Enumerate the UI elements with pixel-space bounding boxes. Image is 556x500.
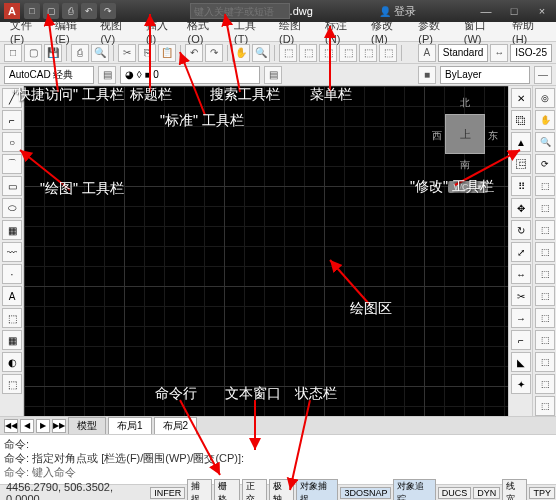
undo-icon[interactable]: ↶ [185,44,203,62]
array-icon[interactable]: ⠿ [511,176,531,196]
cmd-prompt[interactable]: 命令: 键入命令 [4,465,552,479]
menu-file[interactable]: 文件(F) [4,18,49,45]
explode-icon[interactable]: ✦ [511,374,531,394]
status-polar[interactable]: 极轴 [269,479,294,501]
nav-tool-icon[interactable]: ⬚ [535,396,555,416]
nav-tool-icon[interactable]: ⬚ [535,352,555,372]
style-dropdown[interactable]: Standard [438,44,489,62]
viewcube-east[interactable]: 东 [488,129,498,143]
draw-tool-icon[interactable]: ⬚ [2,374,22,394]
viewcube-west[interactable]: 西 [432,129,442,143]
textstyle-icon[interactable]: A [418,44,436,62]
status-otrack[interactable]: 对象追踪 [393,479,435,501]
layer-icon[interactable]: ▤ [98,66,116,84]
wcs-indicator[interactable]: WCS ▾ [448,181,489,193]
nav-tool-icon[interactable]: ⬚ [535,198,555,218]
new-icon[interactable]: □ [4,44,22,62]
hatch-icon[interactable]: ▦ [2,220,22,240]
tab-prev-icon[interactable]: ◀ [20,419,34,433]
arc-icon[interactable]: ⌒ [2,154,22,174]
rectangle-icon[interactable]: ▭ [2,176,22,196]
status-3dosnap[interactable]: 3DOSNAP [340,487,391,499]
move-icon[interactable]: ✥ [511,198,531,218]
menu-view[interactable]: 视图(V) [94,18,139,45]
cut-icon[interactable]: ✂ [118,44,136,62]
circle-icon[interactable]: ○ [2,132,22,152]
viewcube-south[interactable]: 南 [460,158,470,172]
orbit-icon[interactable]: ⟳ [535,154,555,174]
app-logo[interactable]: A [4,3,20,19]
color-icon[interactable]: ■ [418,66,436,84]
menu-tools[interactable]: 工具(T) [228,18,273,45]
scale-icon[interactable]: ⤢ [511,242,531,262]
nav-tool-icon[interactable]: ⬚ [535,176,555,196]
nav-tool-icon[interactable]: ⬚ [535,220,555,240]
command-window[interactable]: 命令: 命令: 指定对角点或 [栏选(F)/圈围(WP)/圈交(CP)]: 命令… [0,434,556,484]
nav-tool-icon[interactable]: ⬚ [535,286,555,306]
paste-icon[interactable]: 📋 [158,44,176,62]
spline-icon[interactable]: 〰 [2,242,22,262]
status-ducs[interactable]: DUCS [438,487,472,499]
tool-icon[interactable]: ⬚ [319,44,337,62]
qat-print-icon[interactable]: ⎙ [62,3,78,19]
table-icon[interactable]: ▦ [2,330,22,350]
fillet-icon[interactable]: ⌐ [511,330,531,350]
dimstyle-dropdown[interactable]: ISO-25 [510,44,552,62]
qat-redo-icon[interactable]: ↷ [100,3,116,19]
login-link[interactable]: 👤 登录 [379,4,416,19]
tab-model[interactable]: 模型 [68,417,106,435]
menu-draw[interactable]: 绘图(D) [273,18,319,45]
status-grid[interactable]: 栅格 [214,479,239,501]
pan2-icon[interactable]: ✋ [535,110,555,130]
save-icon[interactable]: 💾 [44,44,62,62]
maximize-button[interactable]: □ [502,3,526,19]
tab-last-icon[interactable]: ▶▶ [52,419,66,433]
tool-icon[interactable]: ⬚ [299,44,317,62]
status-dyn[interactable]: DYN [473,487,500,499]
trim-icon[interactable]: ✂ [511,286,531,306]
linetype-icon[interactable]: — [534,66,552,84]
nav-tool-icon[interactable]: ⬚ [535,308,555,328]
layer-dropdown[interactable]: ◕ ◊ ■ 0 [120,66,260,84]
menu-dimension[interactable]: 标注(N) [319,18,365,45]
pan-icon[interactable]: ✋ [232,44,250,62]
tool-icon[interactable]: ⬚ [279,44,297,62]
qat-open-icon[interactable]: ▢ [43,3,59,19]
open-icon[interactable]: ▢ [24,44,42,62]
tool-icon[interactable]: ⬚ [339,44,357,62]
zoom2-icon[interactable]: 🔍 [535,132,555,152]
copy-obj-icon[interactable]: ⿻ [511,110,531,130]
region-icon[interactable]: ◐ [2,352,22,372]
color-dropdown[interactable]: ByLayer [440,66,530,84]
nav-tool-icon[interactable]: ⬚ [535,242,555,262]
minimize-button[interactable]: — [474,3,498,19]
menu-window[interactable]: 窗口(W) [458,18,506,45]
status-lwt[interactable]: 线宽 [502,479,527,501]
drawing-canvas[interactable]: 北 南 东 西 上 WCS ▾ [24,86,508,434]
status-osnap[interactable]: 对象捕捉 [296,479,338,501]
menu-modify[interactable]: 修改(M) [365,18,412,45]
menu-help[interactable]: 帮助(H) [506,18,552,45]
qat-undo-icon[interactable]: ↶ [81,3,97,19]
rotate-icon[interactable]: ↻ [511,220,531,240]
tool-icon[interactable]: ⬚ [379,44,397,62]
redo-icon[interactable]: ↷ [205,44,223,62]
close-button[interactable]: × [530,3,554,19]
copy-icon[interactable]: ⎘ [138,44,156,62]
search-box[interactable] [190,3,290,19]
line-icon[interactable]: ╱ [2,88,22,108]
offset-icon[interactable]: ⿷ [511,154,531,174]
search-input[interactable] [190,3,290,19]
zoom-icon[interactable]: 🔍 [252,44,270,62]
chamfer-icon[interactable]: ◣ [511,352,531,372]
tab-first-icon[interactable]: ◀◀ [4,419,18,433]
erase-icon[interactable]: ✕ [511,88,531,108]
nav-tool-icon[interactable]: ⬚ [535,374,555,394]
workspace-dropdown[interactable]: AutoCAD 经典 [4,66,94,84]
menu-edit[interactable]: 编辑(E) [49,18,94,45]
stretch-icon[interactable]: ↔ [511,264,531,284]
qat-new-icon[interactable]: □ [24,3,40,19]
preview-icon[interactable]: 🔍 [91,44,109,62]
menu-format[interactable]: 格式(O) [181,18,228,45]
menu-insert[interactable]: 插入(I) [140,18,182,45]
